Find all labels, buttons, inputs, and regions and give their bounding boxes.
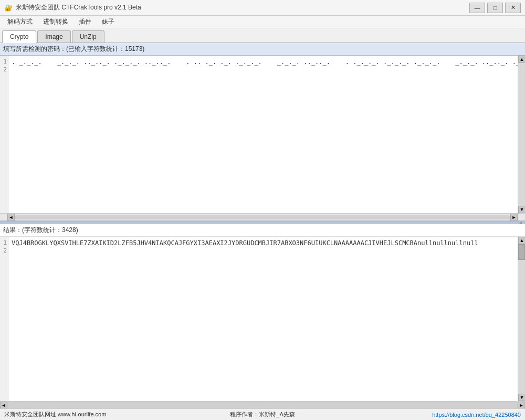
window-title: 米斯特安全团队 CTFCrakTools pro v2.1 Beta <box>16 3 469 12</box>
output-text: VQJ4BROGKLYQXSVIHLE7ZXAIKID2LZFB5JHV4NIA… <box>8 237 518 401</box>
scroll-thumb[interactable] <box>518 244 525 260</box>
output-area-wrapper: 1 2 VQJ4BROGKLYQXSVIHLE7ZXAIKID2LZFB5JHV… <box>0 237 525 401</box>
status-bar: 米斯特安全团队网址:www.hi-ourlife.com 程序作者：米斯特_A先… <box>0 408 525 420</box>
input-section: 填写所需检测的密码：(已输入字符数统计：15173) 1 2 ▲ ▼ ◄ ► <box>0 43 525 222</box>
bottom-scroll-left-btn[interactable]: ◄ <box>0 402 7 409</box>
bottom-scroll-track <box>7 402 518 408</box>
scroll-down-btn[interactable]: ▼ <box>518 206 525 213</box>
input-scrollbar-h[interactable]: ◄ ► <box>0 213 525 220</box>
output-scroll-track <box>518 260 525 394</box>
output-scroll-down-btn[interactable]: ▼ <box>518 394 525 401</box>
scroll-up-btn[interactable]: ▲ <box>518 56 525 63</box>
output-label: 结果：(字符数统计：3428) <box>0 224 525 237</box>
title-bar: 🔐 米斯特安全团队 CTFCrakTools pro v2.1 Beta — □… <box>0 0 525 16</box>
status-link[interactable]: https://blog.csdn.net/qq_42250840 <box>349 412 521 418</box>
minimize-button[interactable]: — <box>469 3 485 13</box>
scroll-track-h <box>15 215 510 219</box>
scroll-track-v <box>518 63 525 206</box>
cipher-input[interactable] <box>8 56 518 213</box>
tab-bar: Crypto Image UnZip <box>0 28 525 43</box>
output-section: 结果：(字符数统计：3428) 1 2 VQJ4BROGKLYQXSVIHLE7… <box>0 224 525 408</box>
menu-plugin[interactable]: 插件 <box>74 16 97 28</box>
input-right-scrollbar[interactable]: ▲ ▼ <box>518 56 525 213</box>
tab-image[interactable]: Image <box>37 30 70 43</box>
output-scroll-up-btn[interactable]: ▲ <box>518 237 525 244</box>
output-right-scrollbar[interactable]: ▲ ▼ <box>518 237 525 401</box>
input-area-wrapper: 1 2 ▲ ▼ <box>0 56 525 213</box>
status-author: 程序作者：米斯特_A先森 <box>176 411 349 418</box>
tab-unzip[interactable]: UnZip <box>72 30 104 43</box>
menu-sister[interactable]: 妹子 <box>97 16 120 28</box>
scroll-left-btn[interactable]: ◄ <box>7 214 15 221</box>
menu-bar: 解码方式 进制转换 插件 妹子 <box>0 16 525 28</box>
maximize-button[interactable]: □ <box>487 3 503 13</box>
close-button[interactable]: ✕ <box>505 3 521 13</box>
scroll-right-btn[interactable]: ► <box>510 214 518 221</box>
main-content: 填写所需检测的密码：(已输入字符数统计：15173) 1 2 ▲ ▼ ◄ ► ⠿… <box>0 43 525 408</box>
menu-base-convert[interactable]: 进制转换 <box>38 16 74 28</box>
app-icon: 🔐 <box>4 4 13 12</box>
bottom-scroll-right-btn[interactable]: ► <box>518 402 525 409</box>
input-label: 填写所需检测的密码：(已输入字符数统计：15173) <box>0 43 525 56</box>
tab-crypto[interactable]: Crypto <box>2 30 36 43</box>
input-line-numbers: 1 2 <box>0 56 8 213</box>
output-bottom-scrollbar[interactable]: ◄ ► <box>0 401 525 408</box>
window-controls: — □ ✕ <box>469 3 521 13</box>
menu-decode[interactable]: 解码方式 <box>2 16 38 28</box>
output-line-numbers: 1 2 <box>0 237 8 401</box>
status-website: 米斯特安全团队网址:www.hi-ourlife.com <box>4 411 176 418</box>
